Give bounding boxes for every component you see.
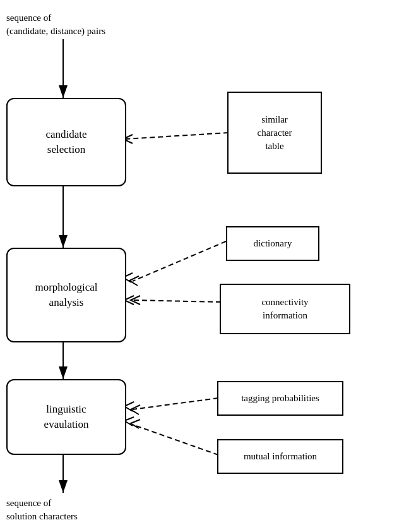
sequence-bottom-label: sequence of solution characters: [6, 497, 78, 523]
diagram: sequence of (candidate, distance) pairs …: [0, 0, 404, 532]
tagging-probabilities-box: tagging probabilities: [217, 381, 343, 416]
svg-line-6: [126, 133, 229, 139]
svg-line-7: [133, 241, 226, 281]
dictionary-box: dictionary: [226, 226, 319, 261]
morphological-analysis-box: morphologicalanalysis: [6, 248, 126, 342]
similar-character-table-box: similarcharactertable: [227, 92, 322, 174]
svg-line-10: [133, 425, 218, 455]
linguistic-evaluation-box: linguisticevaulation: [6, 379, 126, 455]
candidate-selection-box: candidateselection: [6, 98, 126, 186]
sequence-top-label: sequence of (candidate, distance) pairs: [6, 11, 105, 38]
svg-line-9: [133, 398, 218, 409]
svg-line-8: [133, 300, 221, 302]
mutual-information-box: mutual information: [217, 439, 343, 474]
connectivity-information-box: connectivityinformation: [220, 284, 350, 334]
